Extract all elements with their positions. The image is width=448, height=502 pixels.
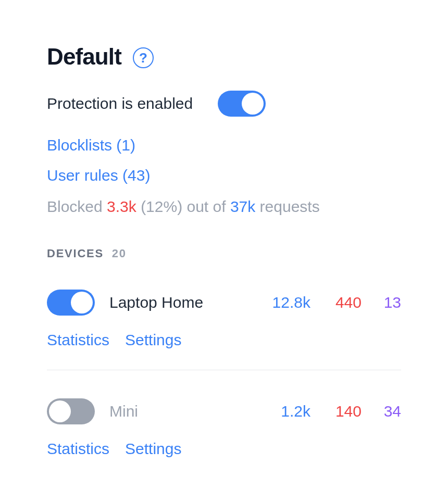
devices-label: DEVICES: [47, 247, 104, 260]
blocked-prefix: Blocked: [47, 198, 107, 215]
divider: [47, 370, 401, 370]
device-name: Laptop Home: [109, 294, 272, 311]
device-other: 34: [380, 403, 401, 420]
total-requests: 37k: [230, 198, 255, 215]
blocked-count: 3.3k: [107, 198, 136, 215]
protection-status-label: Protection is enabled: [47, 95, 193, 112]
device-statistics-link[interactable]: Statistics: [47, 331, 109, 349]
blocked-summary: Blocked 3.3k (12%) out of 37k requests: [47, 198, 401, 216]
device-settings-link[interactable]: Settings: [125, 440, 181, 458]
blocklists-link[interactable]: Blocklists (1): [47, 136, 135, 154]
device-statistics-link[interactable]: Statistics: [47, 440, 109, 458]
toggle-knob: [242, 93, 264, 115]
device-row: Laptop Home 12.8k 440 13: [47, 290, 401, 316]
devices-count: 20: [112, 247, 127, 260]
device-stats: 1.2k 140 34: [273, 403, 401, 420]
help-icon[interactable]: ?: [133, 47, 154, 68]
protection-toggle[interactable]: [218, 91, 266, 117]
device-toggle[interactable]: [47, 398, 95, 424]
device-blocked: 440: [329, 294, 362, 311]
device-requests: 1.2k: [273, 403, 310, 420]
device-blocked: 140: [329, 403, 362, 420]
device-other: 13: [380, 294, 401, 311]
device-name: Mini: [109, 403, 273, 420]
user-rules-link[interactable]: User rules (43): [47, 167, 150, 184]
toggle-knob: [49, 400, 71, 422]
device-settings-link[interactable]: Settings: [125, 331, 181, 349]
page-title: Default: [47, 44, 121, 70]
toggle-knob: [71, 292, 93, 313]
device-toggle[interactable]: [47, 290, 95, 316]
device-stats: 12.8k 440 13: [272, 294, 401, 311]
device-requests: 12.8k: [272, 294, 310, 311]
devices-section-header: DEVICES 20: [47, 247, 401, 260]
blocked-percent: (12%) out of: [136, 198, 230, 215]
blocked-suffix: requests: [255, 198, 319, 215]
device-row: Mini 1.2k 140 34: [47, 398, 401, 424]
